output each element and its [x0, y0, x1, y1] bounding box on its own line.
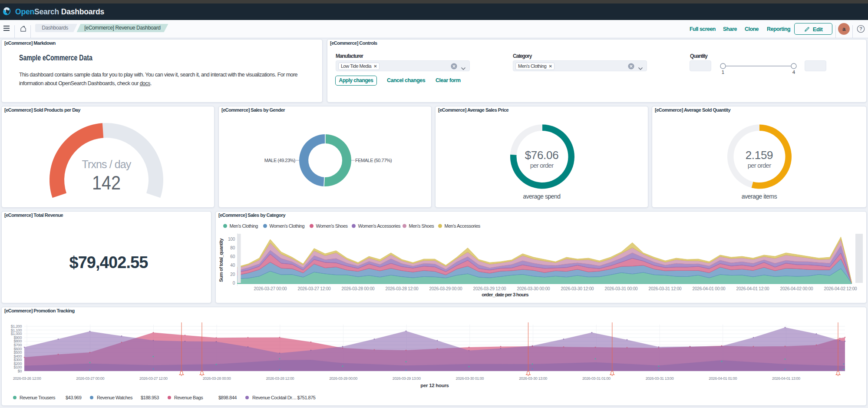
svg-text:FEMALE (50.77%): FEMALE (50.77%): [355, 158, 392, 163]
svg-text:2026-04-01 01:00: 2026-04-01 01:00: [709, 376, 737, 381]
svg-text:40: 40: [230, 263, 235, 268]
svg-text:per 12 hours: per 12 hours: [420, 383, 449, 388]
svg-text:2026-03-26 12:00: 2026-03-26 12:00: [13, 376, 41, 381]
svg-text:Revenue Cocktail Dr… $751.875: Revenue Cocktail Dr… $751.875: [252, 395, 316, 400]
svg-text:4: 4: [792, 70, 795, 75]
svg-text:MALE (49.23%): MALE (49.23%): [264, 158, 295, 163]
svg-text:2026-03-28 12:00: 2026-03-28 12:00: [266, 376, 294, 381]
svg-text:$500: $500: [14, 350, 22, 355]
svg-text:2026-03-31 01:00: 2026-03-31 01:00: [582, 376, 611, 381]
svg-text:2026-03-28 00:00: 2026-03-28 00:00: [342, 286, 375, 291]
svg-text:2026-03-27 12:00: 2026-03-27 12:00: [298, 286, 331, 291]
svg-text:$100: $100: [14, 365, 22, 369]
svg-text:$400: $400: [14, 354, 22, 358]
svg-text:2026-03-30 01:00: 2026-03-30 01:00: [456, 376, 484, 381]
svg-text:1: 1: [722, 70, 724, 75]
svg-text:100: 100: [228, 237, 235, 242]
svg-text:$188.953: $188.953: [141, 395, 159, 400]
svg-text:2026-03-31 00:00: 2026-03-31 00:00: [605, 286, 638, 291]
svg-text:2026-03-29 13:00: 2026-03-29 13:00: [393, 376, 421, 381]
svg-text:Revenue Bags: Revenue Bags: [174, 395, 203, 400]
svg-text:?: ?: [859, 26, 862, 31]
svg-text:2026-03-28 12:00: 2026-03-28 12:00: [386, 286, 419, 291]
svg-text:2026-04-02 00:00: 2026-04-02 00:00: [780, 286, 813, 291]
svg-text:2026-04-01 12:00: 2026-04-01 12:00: [736, 286, 769, 291]
svg-text:2026-03-30 00:00: 2026-03-30 00:00: [517, 286, 550, 291]
svg-text:Women's Accessories: Women's Accessories: [358, 223, 401, 229]
svg-text:2026-04-01 13:00: 2026-04-01 13:00: [772, 376, 800, 381]
svg-text:Women's Shoes: Women's Shoes: [316, 223, 348, 229]
svg-text:Revenue Trousers: Revenue Trousers: [20, 395, 56, 400]
svg-text:order_date per 3 hours: order_date per 3 hours: [482, 292, 528, 297]
svg-text:2026-03-27 00:00: 2026-03-27 00:00: [254, 286, 287, 291]
svg-text:Men's Accessories: Men's Accessories: [445, 223, 481, 229]
svg-text:2026-03-29 12:00: 2026-03-29 12:00: [473, 286, 506, 291]
svg-text:$600: $600: [14, 347, 22, 351]
svg-text:2026-03-30 12:00: 2026-03-30 12:00: [561, 286, 594, 291]
svg-text:2026-03-31 13:00: 2026-03-31 13:00: [646, 376, 674, 381]
svg-text:60: 60: [230, 254, 235, 259]
svg-text:$800: $800: [14, 339, 22, 343]
svg-text:0: 0: [233, 281, 235, 285]
svg-text:$898.844: $898.844: [218, 395, 237, 400]
svg-text:2026-03-29 00:00: 2026-03-29 00:00: [429, 286, 462, 291]
svg-text:$43.969: $43.969: [66, 395, 82, 400]
svg-text:2026-03-27 12:00: 2026-03-27 12:00: [139, 376, 168, 381]
svg-text:$900: $900: [14, 335, 22, 340]
svg-text:$1,200: $1,200: [11, 324, 22, 328]
svg-text:Men's Clothing: Men's Clothing: [230, 223, 258, 229]
svg-text:20: 20: [230, 272, 235, 277]
svg-text:Men's Shoes: Men's Shoes: [409, 223, 435, 229]
svg-text:2026-03-30 13:00: 2026-03-30 13:00: [519, 376, 547, 381]
svg-text:2026-03-27 00:00: 2026-03-27 00:00: [76, 376, 104, 381]
svg-text:Sum of total_quantity: Sum of total_quantity: [218, 238, 224, 282]
svg-text:$0: $0: [18, 369, 22, 373]
svg-text:Women's Clothing: Women's Clothing: [270, 223, 305, 229]
svg-text:2026-03-31 12:00: 2026-03-31 12:00: [649, 286, 682, 291]
svg-text:80: 80: [230, 245, 235, 250]
svg-text:$300: $300: [14, 358, 22, 362]
svg-text:$1,100: $1,100: [11, 328, 22, 332]
svg-text:2026-03-29 00:00: 2026-03-29 00:00: [329, 376, 357, 381]
svg-text:2026-04-01 00:00: 2026-04-01 00:00: [693, 286, 726, 291]
svg-text:Revenue Watches: Revenue Watches: [97, 395, 133, 400]
svg-text:2026-04-02 12:00: 2026-04-02 12:00: [824, 286, 857, 291]
svg-text:$1,000: $1,000: [11, 332, 22, 336]
svg-text:2026-03-28 00:00: 2026-03-28 00:00: [203, 376, 231, 381]
